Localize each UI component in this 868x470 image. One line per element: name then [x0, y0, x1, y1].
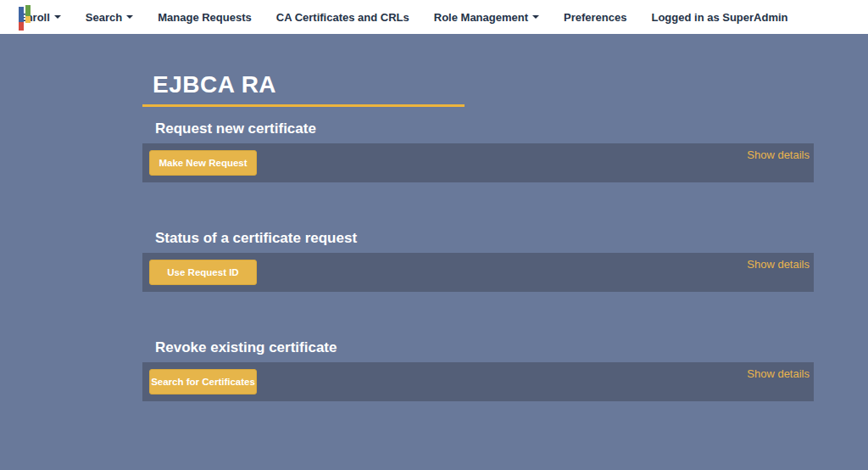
chevron-down-icon: [54, 15, 61, 19]
section-heading: Revoke existing certificate: [155, 339, 814, 356]
nav-item-label: Search: [86, 11, 122, 24]
section-request-new-certificate: Request new certificate Make New Request…: [142, 120, 814, 182]
logo-left-bar: [19, 7, 24, 31]
section-bar: Make New Request Show details: [142, 143, 814, 182]
show-details-link[interactable]: Show details: [747, 258, 810, 271]
nav-item-manage-requests[interactable]: Manage Requests: [158, 11, 252, 24]
section-bar: Search for Certificates Show details: [142, 362, 814, 401]
section-revoke-certificate: Revoke existing certificate Search for C…: [142, 339, 814, 401]
page-title: EJBCA RA: [153, 71, 465, 98]
nav-item-label: Logged in as SuperAdmin: [651, 11, 787, 24]
nav-menu: Enroll Search Manage Requests CA Certifi…: [19, 11, 788, 24]
nav-item-ca-certificates-and-crls[interactable]: CA Certificates and CRLs: [276, 11, 409, 24]
make-new-request-button[interactable]: Make New Request: [149, 150, 257, 176]
nav-item-label: Manage Requests: [158, 11, 252, 24]
nav-item-label: Role Management: [434, 11, 528, 24]
logo-red-segment: [19, 22, 24, 31]
search-for-certificates-button[interactable]: Search for Certificates: [149, 369, 257, 394]
main-area: EJBCA RA Request new certificate Make Ne…: [0, 34, 868, 401]
section-heading: Status of a certificate request: [155, 230, 814, 247]
chevron-down-icon: [126, 15, 133, 19]
nav-item-role-management[interactable]: Role Management: [434, 11, 539, 24]
logo-yellow-segment: [25, 16, 31, 23]
content-column: EJBCA RA Request new certificate Make Ne…: [142, 71, 814, 401]
show-details-link[interactable]: Show details: [747, 367, 810, 380]
chevron-down-icon: [532, 15, 539, 19]
top-nav: Enroll Search Manage Requests CA Certifi…: [0, 0, 868, 34]
title-block: EJBCA RA: [142, 71, 465, 107]
show-details-link[interactable]: Show details: [747, 148, 810, 161]
section-heading: Request new certificate: [155, 120, 814, 137]
logo-blue-segment: [19, 7, 24, 22]
nav-item-label: Preferences: [564, 11, 626, 24]
section-status-of-request: Status of a certificate request Use Requ…: [142, 230, 814, 292]
logo-right-bar: [25, 5, 31, 23]
nav-item-preferences[interactable]: Preferences: [564, 11, 626, 24]
nav-item-logged-in-as[interactable]: Logged in as SuperAdmin: [651, 11, 787, 24]
section-bar: Use Request ID Show details: [142, 253, 814, 292]
nav-item-search[interactable]: Search: [86, 11, 133, 24]
nav-item-label: CA Certificates and CRLs: [276, 11, 409, 24]
use-request-id-button[interactable]: Use Request ID: [149, 260, 257, 285]
logo-green-segment: [25, 5, 31, 16]
